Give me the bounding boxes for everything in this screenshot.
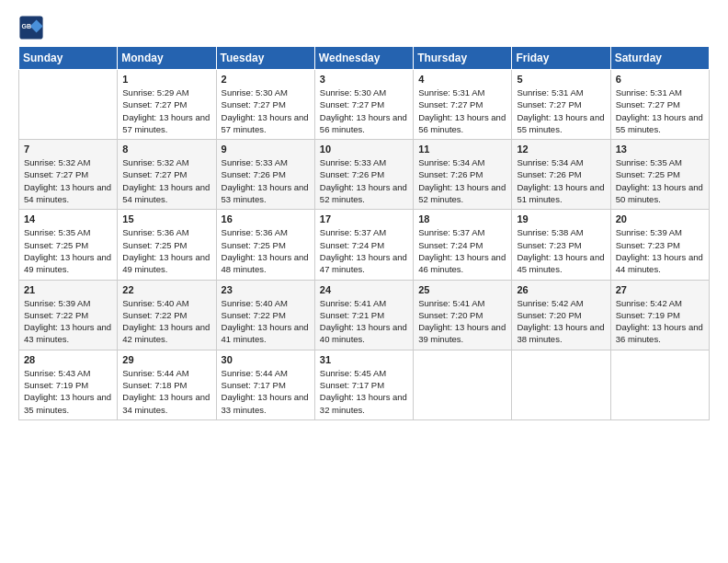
day-info: Sunrise: 5:39 AMSunset: 7:22 PMDaylight:…	[24, 297, 112, 346]
day-info: Sunrise: 5:31 AMSunset: 7:27 PMDaylight:…	[418, 86, 506, 135]
day-info: Sunrise: 5:40 AMSunset: 7:22 PMDaylight:…	[122, 297, 210, 346]
day-info: Sunrise: 5:32 AMSunset: 7:27 PMDaylight:…	[24, 156, 112, 205]
day-cell: 12Sunrise: 5:34 AMSunset: 7:26 PMDayligh…	[512, 140, 610, 210]
day-info: Sunrise: 5:42 AMSunset: 7:19 PMDaylight:…	[616, 297, 704, 346]
day-cell: 27Sunrise: 5:42 AMSunset: 7:19 PMDayligh…	[610, 280, 709, 350]
week-row-3: 14Sunrise: 5:35 AMSunset: 7:25 PMDayligh…	[19, 210, 710, 280]
page-container: GB SundayMondayTuesdayWednesdayThursdayF…	[0, 0, 728, 430]
day-info: Sunrise: 5:41 AMSunset: 7:21 PMDaylight:…	[320, 297, 408, 346]
day-cell: 17Sunrise: 5:37 AMSunset: 7:24 PMDayligh…	[314, 210, 413, 280]
day-cell: 24Sunrise: 5:41 AMSunset: 7:21 PMDayligh…	[314, 280, 413, 350]
day-number: 2	[222, 74, 310, 85]
day-number: 22	[122, 284, 210, 295]
day-cell	[610, 350, 709, 419]
day-info: Sunrise: 5:31 AMSunset: 7:27 PMDaylight:…	[616, 86, 704, 135]
header-cell-tuesday: Tuesday	[216, 47, 314, 70]
day-info: Sunrise: 5:42 AMSunset: 7:20 PMDaylight:…	[517, 297, 605, 346]
day-number: 17	[320, 213, 408, 224]
day-number: 26	[517, 284, 605, 295]
day-cell: 1Sunrise: 5:29 AMSunset: 7:27 PMDaylight…	[118, 70, 216, 140]
day-info: Sunrise: 5:36 AMSunset: 7:25 PMDaylight:…	[122, 226, 210, 275]
day-cell: 28Sunrise: 5:43 AMSunset: 7:19 PMDayligh…	[19, 350, 118, 419]
day-cell: 13Sunrise: 5:35 AMSunset: 7:25 PMDayligh…	[610, 140, 709, 210]
day-cell: 11Sunrise: 5:34 AMSunset: 7:26 PMDayligh…	[414, 140, 512, 210]
day-info: Sunrise: 5:44 AMSunset: 7:18 PMDaylight:…	[122, 367, 210, 416]
header-cell-wednesday: Wednesday	[314, 47, 413, 70]
day-cell: 20Sunrise: 5:39 AMSunset: 7:23 PMDayligh…	[610, 210, 709, 280]
day-cell: 21Sunrise: 5:39 AMSunset: 7:22 PMDayligh…	[19, 280, 118, 350]
week-row-4: 21Sunrise: 5:39 AMSunset: 7:22 PMDayligh…	[19, 280, 710, 350]
day-cell: 29Sunrise: 5:44 AMSunset: 7:18 PMDayligh…	[118, 350, 216, 419]
header-cell-saturday: Saturday	[610, 47, 709, 70]
day-cell: 14Sunrise: 5:35 AMSunset: 7:25 PMDayligh…	[19, 210, 118, 280]
week-row-2: 7Sunrise: 5:32 AMSunset: 7:27 PMDaylight…	[19, 140, 710, 210]
day-cell: 25Sunrise: 5:41 AMSunset: 7:20 PMDayligh…	[414, 280, 512, 350]
day-info: Sunrise: 5:29 AMSunset: 7:27 PMDaylight:…	[122, 86, 210, 135]
day-cell: 19Sunrise: 5:38 AMSunset: 7:23 PMDayligh…	[512, 210, 610, 280]
day-number: 15	[122, 213, 210, 224]
day-number: 16	[222, 213, 310, 224]
day-info: Sunrise: 5:31 AMSunset: 7:27 PMDaylight:…	[517, 86, 605, 135]
day-info: Sunrise: 5:35 AMSunset: 7:25 PMDaylight:…	[24, 226, 112, 275]
day-number: 11	[418, 144, 506, 155]
header-cell-monday: Monday	[118, 47, 216, 70]
header: GB	[18, 15, 710, 40]
day-number: 5	[517, 74, 605, 85]
day-info: Sunrise: 5:44 AMSunset: 7:17 PMDaylight:…	[222, 367, 310, 416]
day-number: 21	[24, 284, 112, 295]
logo-icon: GB	[18, 15, 44, 40]
day-number: 8	[122, 144, 210, 155]
day-number: 10	[320, 144, 408, 155]
day-cell: 3Sunrise: 5:30 AMSunset: 7:27 PMDaylight…	[314, 70, 413, 140]
day-number: 7	[24, 144, 112, 155]
day-info: Sunrise: 5:37 AMSunset: 7:24 PMDaylight:…	[320, 226, 408, 275]
day-cell	[512, 350, 610, 419]
day-cell: 18Sunrise: 5:37 AMSunset: 7:24 PMDayligh…	[414, 210, 512, 280]
day-info: Sunrise: 5:40 AMSunset: 7:22 PMDaylight:…	[222, 297, 310, 346]
day-cell: 9Sunrise: 5:33 AMSunset: 7:26 PMDaylight…	[216, 140, 314, 210]
day-info: Sunrise: 5:41 AMSunset: 7:20 PMDaylight:…	[418, 297, 506, 346]
day-number: 31	[320, 354, 408, 365]
svg-text:GB: GB	[22, 23, 32, 29]
day-number: 4	[418, 74, 506, 85]
day-number: 6	[616, 74, 704, 85]
day-cell: 6Sunrise: 5:31 AMSunset: 7:27 PMDaylight…	[610, 70, 709, 140]
week-row-1: 1Sunrise: 5:29 AMSunset: 7:27 PMDaylight…	[19, 70, 710, 140]
day-cell: 4Sunrise: 5:31 AMSunset: 7:27 PMDaylight…	[414, 70, 512, 140]
day-info: Sunrise: 5:30 AMSunset: 7:27 PMDaylight:…	[222, 86, 310, 135]
day-cell: 5Sunrise: 5:31 AMSunset: 7:27 PMDaylight…	[512, 70, 610, 140]
day-info: Sunrise: 5:39 AMSunset: 7:23 PMDaylight:…	[616, 226, 704, 275]
day-number: 28	[24, 354, 112, 365]
header-cell-thursday: Thursday	[414, 47, 512, 70]
day-number: 20	[616, 213, 704, 224]
logo: GB	[18, 15, 48, 40]
day-number: 23	[222, 284, 310, 295]
day-number: 1	[122, 74, 210, 85]
day-info: Sunrise: 5:37 AMSunset: 7:24 PMDaylight:…	[418, 226, 506, 275]
day-cell: 30Sunrise: 5:44 AMSunset: 7:17 PMDayligh…	[216, 350, 314, 419]
day-number: 24	[320, 284, 408, 295]
day-cell: 22Sunrise: 5:40 AMSunset: 7:22 PMDayligh…	[118, 280, 216, 350]
day-info: Sunrise: 5:34 AMSunset: 7:26 PMDaylight:…	[418, 156, 506, 205]
day-info: Sunrise: 5:45 AMSunset: 7:17 PMDaylight:…	[320, 367, 408, 416]
day-number: 18	[418, 213, 506, 224]
calendar-table: SundayMondayTuesdayWednesdayThursdayFrid…	[18, 46, 710, 420]
day-number: 19	[517, 213, 605, 224]
day-number: 30	[222, 354, 310, 365]
day-cell: 15Sunrise: 5:36 AMSunset: 7:25 PMDayligh…	[118, 210, 216, 280]
day-info: Sunrise: 5:35 AMSunset: 7:25 PMDaylight:…	[616, 156, 704, 205]
day-number: 12	[517, 144, 605, 155]
day-number: 27	[616, 284, 704, 295]
day-info: Sunrise: 5:30 AMSunset: 7:27 PMDaylight:…	[320, 86, 408, 135]
day-number: 9	[222, 144, 310, 155]
header-cell-sunday: Sunday	[19, 47, 118, 70]
calendar-body: 1Sunrise: 5:29 AMSunset: 7:27 PMDaylight…	[19, 70, 710, 420]
day-info: Sunrise: 5:32 AMSunset: 7:27 PMDaylight:…	[122, 156, 210, 205]
day-cell: 10Sunrise: 5:33 AMSunset: 7:26 PMDayligh…	[314, 140, 413, 210]
day-cell: 2Sunrise: 5:30 AMSunset: 7:27 PMDaylight…	[216, 70, 314, 140]
day-number: 14	[24, 213, 112, 224]
header-row: SundayMondayTuesdayWednesdayThursdayFrid…	[19, 47, 710, 70]
day-number: 3	[320, 74, 408, 85]
day-cell	[414, 350, 512, 419]
day-info: Sunrise: 5:34 AMSunset: 7:26 PMDaylight:…	[517, 156, 605, 205]
